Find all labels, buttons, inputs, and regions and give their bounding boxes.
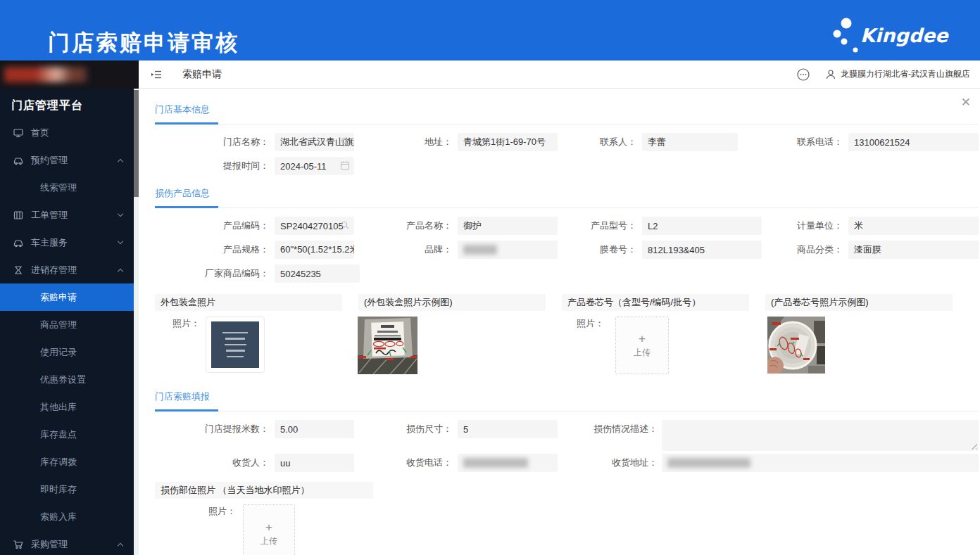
sidebar-item-reservation[interactable]: 预约管理 <box>0 146 134 174</box>
contact-input[interactable]: 李蕾 <box>642 133 738 151</box>
sidebar-menu: 首页 预约管理 线索管理 工单管理 车主服务 进销存管 <box>0 119 134 555</box>
sidebar-item-label: 线索管理 <box>40 181 77 194</box>
field-value: 李蕾 <box>648 136 666 148</box>
platform-title: 门店管理平台 <box>0 89 134 119</box>
sidebar-item-label: 进销存管理 <box>31 264 77 276</box>
field-value: uu <box>280 458 290 468</box>
sidebar-item-workorder[interactable]: 工单管理 <box>0 201 134 229</box>
cart-icon <box>13 539 24 550</box>
sidebar-item-home[interactable]: 首页 <box>0 119 134 146</box>
address-input[interactable]: 青城第1街1-69-70号 <box>458 133 558 151</box>
field-label: 门店提报米数： <box>155 420 275 438</box>
field-label: 联系电话： <box>767 133 848 151</box>
outer-box-photo-thumbnail[interactable] <box>206 317 265 373</box>
chevron-up-icon <box>118 542 123 548</box>
contact-phone-input[interactable]: 13100621524 <box>848 133 979 151</box>
store-name-input[interactable]: 湖北省武汉青山旗舰店 <box>275 133 354 151</box>
sidebar-item-label: 车主服务 <box>31 236 68 249</box>
page-title: 门店索赔申请审核 <box>48 28 239 58</box>
field-label: 收货电话： <box>360 454 458 472</box>
chevron-up-icon <box>118 158 123 164</box>
person-icon <box>825 69 836 80</box>
kingdee-logo-text: Kingdee <box>860 25 949 46</box>
sidebar-item-label: 首页 <box>31 127 49 139</box>
field-label: 产品型号： <box>563 217 642 235</box>
sidebar-item-stock-transfer[interactable]: 库存调拨 <box>0 448 134 476</box>
product-code-input[interactable]: SP2404270105 <box>275 217 354 235</box>
sidebar-item-leads[interactable]: 线索管理 <box>0 174 134 201</box>
receiver-input[interactable]: uu <box>275 454 354 472</box>
sidebar-scrollbar-thumb[interactable] <box>134 90 139 197</box>
receiver-phone-input[interactable] <box>458 454 558 472</box>
product-model-input[interactable]: L2 <box>642 217 762 235</box>
roll-core-photo-upload[interactable]: + 上传 <box>615 317 669 374</box>
sidebar-item-label: 优惠券设置 <box>40 374 86 386</box>
reported-meters-input[interactable]: 5.00 <box>275 420 354 438</box>
field-label: 产品规格： <box>155 241 275 259</box>
message-icon[interactable] <box>796 67 811 82</box>
hourglass-icon <box>13 264 24 276</box>
damage-photo-upload[interactable]: + 上传 <box>243 504 295 555</box>
outer-box-example-photo <box>358 317 417 374</box>
report-date-input[interactable]: 2024-05-11 <box>275 157 354 175</box>
search-icon <box>340 220 350 230</box>
field-label: 收货地址： <box>563 454 662 472</box>
field-value: 青城第1街1-69-70号 <box>463 136 546 148</box>
sidebar-item-claim-inbound[interactable]: 索赔入库 <box>0 503 134 530</box>
sidebar-item-claim-application[interactable]: 索赔申请 <box>0 283 134 311</box>
field-label: 厂家商品编码： <box>155 264 275 283</box>
calendar-icon <box>340 160 350 170</box>
field-label: 提报时间： <box>155 157 275 175</box>
close-icon[interactable]: ✕ <box>961 96 971 108</box>
sidebar-item-owner-service[interactable]: 车主服务 <box>0 229 134 256</box>
product-spec-input[interactable]: 60"*50(1.52*15.2米) <box>275 241 354 259</box>
sidebar-item-coupon-settings[interactable]: 优惠券设置 <box>0 366 134 393</box>
photo-header-roll-core: 产品卷芯号（含型号/编码/批号） <box>562 294 749 311</box>
collapse-menu-icon[interactable] <box>149 68 163 82</box>
field-label: 产品编码： <box>155 217 275 235</box>
damage-size-input[interactable]: 5 <box>458 420 558 438</box>
photo-header-outer-box: 外包装盒照片 <box>155 294 342 311</box>
sidebar-item-label: 采购管理 <box>31 538 68 551</box>
section-store-claim-filing: 门店索赔填报 <box>155 390 979 412</box>
sidebar-logo <box>0 60 134 89</box>
damage-description-textarea[interactable] <box>662 420 979 451</box>
blurred-address-value <box>667 458 750 468</box>
upload-label: 上传 <box>634 347 651 359</box>
uploaded-photo <box>211 321 259 368</box>
field-value: L2 <box>648 221 658 231</box>
sidebar-item-label: 工单管理 <box>31 209 68 222</box>
sidebar-item-usage-records[interactable]: 使用记录 <box>0 338 134 366</box>
blurred-phone-value <box>463 458 528 468</box>
sidebar-item-purchase-mgmt[interactable]: 采购管理 <box>0 530 134 555</box>
sidebar-item-realtime-stock[interactable]: 即时库存 <box>0 476 134 503</box>
sidebar-item-label: 库存调拨 <box>40 456 77 468</box>
section-store-basic-info: 门店基本信息 <box>155 103 979 125</box>
field-value: 漆面膜 <box>854 243 881 256</box>
car-icon <box>13 155 24 166</box>
photo-header-outer-box-example: (外包装盒照片示例图) <box>358 294 546 311</box>
field-label: 联系人： <box>563 133 642 151</box>
topbar: 索赔申请 龙膜膜力行湖北省-武汉青山旗舰店 <box>139 60 980 89</box>
brand-input[interactable] <box>458 241 558 259</box>
field-label: 品牌： <box>360 241 458 259</box>
sidebar-item-stock-count[interactable]: 库存盘点 <box>0 421 134 448</box>
factory-code-input[interactable]: 50245235 <box>275 264 360 283</box>
receiver-address-input[interactable] <box>662 454 979 472</box>
product-name-input[interactable]: 御护 <box>458 217 558 235</box>
category-input[interactable]: 漆面膜 <box>848 241 979 259</box>
unit-input[interactable]: 米 <box>848 217 979 235</box>
chevron-up-icon <box>118 268 123 274</box>
user-name: 龙膜膜力行湖北省-武汉青山旗舰店 <box>841 68 970 80</box>
sidebar-item-label: 索赔申请 <box>40 291 77 304</box>
user-menu[interactable]: 龙膜膜力行湖北省-武汉青山旗舰店 <box>825 68 970 80</box>
sidebar-item-inventory[interactable]: 进销存管理 <box>0 256 134 283</box>
sidebar-item-label: 商品管理 <box>40 319 77 331</box>
field-value: 812L193&405 <box>648 245 705 255</box>
roll-number-input[interactable]: 812L193&405 <box>642 241 762 259</box>
car-icon <box>13 237 24 248</box>
sidebar-item-other-outbound[interactable]: 其他出库 <box>0 393 134 421</box>
field-value: 60"*50(1.52*15.2米) <box>280 243 354 256</box>
plus-icon: + <box>265 521 272 533</box>
sidebar-item-product-mgmt[interactable]: 商品管理 <box>0 311 134 338</box>
